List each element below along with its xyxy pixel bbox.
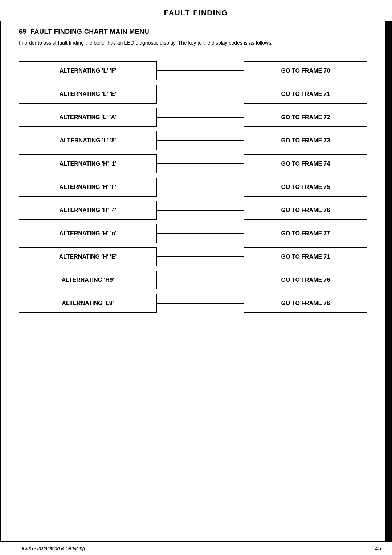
connector-line: [157, 117, 244, 118]
footer-page-number: 45: [375, 545, 381, 551]
connector-line: [157, 163, 244, 164]
left-label: ALTERNATING 'H' 'E': [19, 247, 157, 266]
left-label: ALTERNATING 'L9': [19, 294, 157, 313]
left-label: ALTERNATING 'H' 'F': [19, 178, 157, 197]
right-label: GO TO FRAME 76: [244, 294, 367, 313]
left-label: ALTERNATING 'L' 'E': [19, 85, 157, 104]
chart-row: ALTERNATING 'H' 'n'GO TO FRAME 77: [19, 224, 367, 243]
chart-row: ALTERNATING 'L' 'E'GO TO FRAME 71: [19, 85, 367, 104]
connector-line: [157, 256, 244, 257]
left-label: ALTERNATING 'H' '1': [19, 154, 157, 173]
page-header: FAULT FINDING: [0, 0, 392, 21]
connector-line: [157, 94, 244, 94]
header-title: FAULT FINDING: [164, 9, 228, 17]
chart-row: ALTERNATING 'H9'GO TO FRAME 76: [19, 271, 367, 289]
right-label: GO TO FRAME 71: [244, 85, 367, 104]
chart-row: ALTERNATING 'L' '8'GO TO FRAME 73: [19, 131, 367, 150]
right-label: GO TO FRAME 76: [244, 201, 367, 220]
right-label: GO TO FRAME 76: [244, 271, 367, 289]
connector-line: [157, 210, 244, 211]
chart-row: ALTERNATING 'H' '1'GO TO FRAME 74: [19, 154, 367, 173]
right-label: GO TO FRAME 75: [244, 178, 367, 197]
left-label: ALTERNATING 'L' 'A': [19, 108, 157, 127]
intro-text: In order to assist fault finding the boi…: [19, 39, 367, 47]
connector-line: [157, 303, 244, 304]
footer-left: iCOS - Installation & Servicing: [22, 546, 85, 551]
page-footer: iCOS - Installation & Servicing 45: [0, 542, 392, 555]
left-label: ALTERNATING 'L' '8': [19, 131, 157, 150]
right-label: GO TO FRAME 74: [244, 154, 367, 173]
page: FAULT FINDING 69 FAULT FINDING CHART MAI…: [0, 0, 392, 555]
chart-rows: ALTERNATING 'L' 'F'GO TO FRAME 70ALTERNA…: [19, 61, 367, 313]
section-title: 69 FAULT FINDING CHART MAIN MENU: [19, 21, 367, 39]
chart-row: ALTERNATING 'L9'GO TO FRAME 76: [19, 294, 367, 313]
left-label: ALTERNATING 'H9': [19, 271, 157, 289]
chart-row: ALTERNATING 'H' '4'GO TO FRAME 76: [19, 201, 367, 220]
chart-row: ALTERNATING 'L' 'A'GO TO FRAME 72: [19, 108, 367, 127]
chart-row: ALTERNATING 'H' 'F'GO TO FRAME 75: [19, 178, 367, 197]
connector-line: [157, 233, 244, 234]
chart-row: ALTERNATING 'L' 'F'GO TO FRAME 70: [19, 61, 367, 80]
chart-row: ALTERNATING 'H' 'E'GO TO FRAME 71: [19, 247, 367, 266]
right-label: GO TO FRAME 77: [244, 224, 367, 243]
left-label: ALTERNATING 'H' '4': [19, 201, 157, 220]
connector-line: [157, 70, 244, 71]
right-label: GO TO FRAME 72: [244, 108, 367, 127]
connector-line: [157, 140, 244, 141]
connector-line: [157, 187, 244, 187]
left-label: ALTERNATING 'L' 'F': [19, 61, 157, 80]
left-label: ALTERNATING 'H' 'n': [19, 224, 157, 243]
right-label: GO TO FRAME 73: [244, 131, 367, 150]
right-label: GO TO FRAME 71: [244, 247, 367, 266]
connector-line: [157, 280, 244, 280]
right-label: GO TO FRAME 70: [244, 61, 367, 80]
